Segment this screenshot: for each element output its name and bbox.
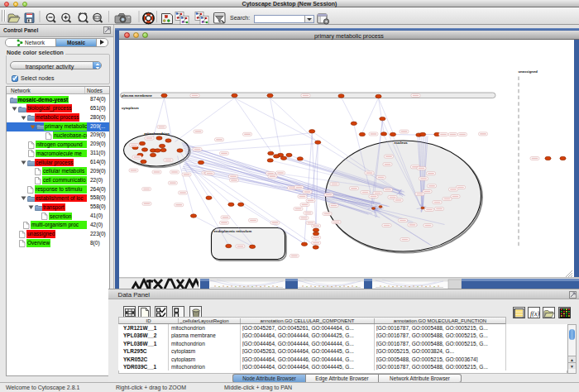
svg-text:cytoplasm: cytoplasm <box>122 106 139 110</box>
svg-text:mitochondrion: mitochondrion <box>144 131 170 136</box>
svg-text:endoplasmic reticulum: endoplasmic reticulum <box>214 229 252 233</box>
svg-text:unassigned: unassigned <box>519 69 538 74</box>
svg-text:f(x): f(x) <box>530 310 539 318</box>
svg-text:plasma membrane: plasma membrane <box>122 93 152 98</box>
svg-text:Search:: Search: <box>230 15 250 21</box>
